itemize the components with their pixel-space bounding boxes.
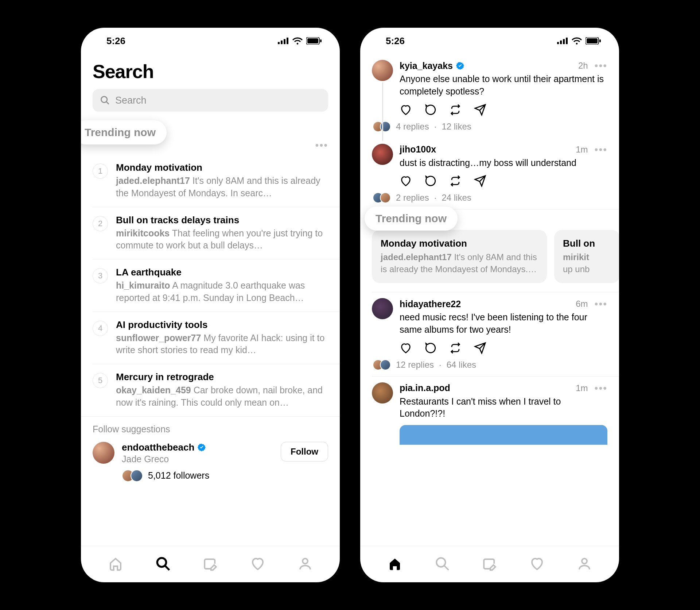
phone-search-screen: 5:26 Search Search Trending now ••• xyxy=(81,28,340,582)
battery-icon xyxy=(586,37,601,45)
svg-point-19 xyxy=(436,558,446,567)
share-icon[interactable] xyxy=(474,175,486,187)
repost-icon[interactable] xyxy=(449,175,462,187)
post-more-icon[interactable]: ••• xyxy=(595,382,607,394)
svg-rect-6 xyxy=(320,39,322,42)
avatar[interactable] xyxy=(372,382,393,404)
trending-card[interactable]: Bull on mirikitup unb xyxy=(554,230,619,283)
post-actions xyxy=(400,342,607,354)
comment-icon[interactable] xyxy=(424,342,437,354)
comment-icon[interactable] xyxy=(424,104,437,116)
like-icon[interactable] xyxy=(400,342,412,354)
follow-section-label: Follow suggestions xyxy=(93,424,328,435)
repost-icon[interactable] xyxy=(449,104,462,116)
trend-card-preview: jaded.elephant17 It's only 8AM and this … xyxy=(381,251,538,275)
follow-meta: 5,012 followers xyxy=(122,470,273,482)
avatar[interactable] xyxy=(372,60,393,81)
post-stats[interactable]: 12 replies · 64 likes xyxy=(400,359,607,376)
tab-activity[interactable] xyxy=(250,556,265,573)
trend-title: Monday motivation xyxy=(116,162,328,173)
svg-point-9 xyxy=(157,558,166,567)
mini-avatar xyxy=(380,121,391,132)
link-preview-card[interactable] xyxy=(400,425,607,445)
repost-icon[interactable] xyxy=(449,342,462,354)
trending-item[interactable]: 3 LA earthquake hi_kimuraito A magnitude… xyxy=(93,259,340,312)
tab-search[interactable] xyxy=(155,556,171,573)
post-time: 1m xyxy=(576,383,588,393)
post-actions xyxy=(400,104,607,116)
page-title: Search xyxy=(93,61,328,82)
svg-line-8 xyxy=(106,102,109,104)
post-username[interactable]: kyia_kayaks xyxy=(400,61,464,71)
mini-avatar xyxy=(380,359,391,370)
trending-item[interactable]: 5 Mercury in retrograde okay_kaiden_459 … xyxy=(93,364,340,416)
svg-rect-5 xyxy=(307,38,318,43)
trend-preview: mirikitcooks That feeling when you're ju… xyxy=(116,227,328,252)
avatar[interactable] xyxy=(93,442,114,464)
tab-home[interactable] xyxy=(387,556,402,573)
tab-profile[interactable] xyxy=(298,556,313,573)
battery-icon xyxy=(306,37,322,45)
trending-card[interactable]: Monday motivation jaded.elephant17 It's … xyxy=(372,230,547,283)
trend-title: AI productivity tools xyxy=(116,319,328,331)
post-stats[interactable]: 4 replies · 12 likes xyxy=(400,121,607,138)
follow-suggestion-row[interactable]: endoatthebeach Jade Greco 5,012 follower… xyxy=(93,442,328,482)
post[interactable]: pia.in.a.pod 1m ••• Restaurants I can't … xyxy=(372,377,619,445)
search-input[interactable]: Search xyxy=(93,89,328,112)
tab-activity[interactable] xyxy=(529,556,545,573)
share-icon[interactable] xyxy=(474,342,486,354)
svg-rect-0 xyxy=(278,42,280,44)
status-time: 5:26 xyxy=(386,35,405,47)
trending-item[interactable]: 1 Monday motivation jaded.elephant17 It'… xyxy=(93,155,340,207)
trending-more-icon[interactable]: ••• xyxy=(315,139,328,151)
post-actions xyxy=(400,175,607,187)
post-text: need music recs! I've been listening to … xyxy=(400,311,607,336)
post-more-icon[interactable]: ••• xyxy=(595,298,607,310)
avatar[interactable] xyxy=(372,144,393,165)
svg-rect-2 xyxy=(284,39,285,44)
like-icon[interactable] xyxy=(400,104,412,116)
mini-avatar xyxy=(380,192,391,203)
tab-profile[interactable] xyxy=(577,556,592,573)
trending-now-pill: Trending now xyxy=(81,120,167,144)
tab-compose[interactable] xyxy=(482,556,497,573)
trend-rank: 1 xyxy=(93,163,108,179)
svg-line-20 xyxy=(444,565,448,570)
svg-point-11 xyxy=(303,559,308,564)
wifi-icon xyxy=(292,37,303,45)
trending-item[interactable]: 4 AI productivity tools sunflower_power7… xyxy=(93,312,340,364)
status-time: 5:26 xyxy=(106,35,125,47)
trending-item[interactable]: 2 Bull on tracks delays trains mirikitco… xyxy=(93,207,340,260)
share-icon[interactable] xyxy=(474,104,486,116)
comment-icon[interactable] xyxy=(424,175,437,187)
tab-compose[interactable] xyxy=(203,556,218,573)
svg-rect-17 xyxy=(587,38,598,43)
trend-rank: 4 xyxy=(93,321,108,336)
tab-search[interactable] xyxy=(435,556,450,573)
post-username[interactable]: pia.in.a.pod xyxy=(400,383,450,393)
post-time: 1m xyxy=(576,144,588,155)
avatar[interactable] xyxy=(372,298,393,319)
tab-bar xyxy=(360,546,619,582)
like-icon[interactable] xyxy=(400,175,412,187)
tab-home[interactable] xyxy=(108,556,123,573)
post-more-icon[interactable]: ••• xyxy=(595,60,607,72)
post-username[interactable]: hidayathere22 xyxy=(400,299,461,309)
wifi-icon xyxy=(572,37,582,45)
tab-bar xyxy=(81,546,340,582)
post-more-icon[interactable]: ••• xyxy=(595,144,607,155)
trend-card-title: Bull on xyxy=(563,238,611,249)
follow-suggestions-section: Follow suggestions endoatthebeach Jade G… xyxy=(81,416,340,482)
trend-rank: 2 xyxy=(93,216,108,231)
svg-rect-12 xyxy=(557,42,559,44)
post[interactable]: kyia_kayaks 2h ••• Anyone else unable to… xyxy=(372,54,619,138)
trend-preview: hi_kimuraito A magnitude 3.0 earthquake … xyxy=(116,279,328,304)
status-bar: 5:26 xyxy=(81,28,340,54)
post[interactable]: hidayathere22 6m ••• need music recs! I'… xyxy=(372,292,619,376)
post-username[interactable]: jiho100x xyxy=(400,144,436,155)
post-text: Restaurants I can't miss when I travel t… xyxy=(400,395,607,420)
post-reply[interactable]: jiho100x 1m ••• dust is distracting…my b… xyxy=(372,138,619,209)
cellular-icon xyxy=(557,38,568,44)
status-bar: 5:26 xyxy=(360,28,619,54)
follow-button[interactable]: Follow xyxy=(281,442,328,462)
